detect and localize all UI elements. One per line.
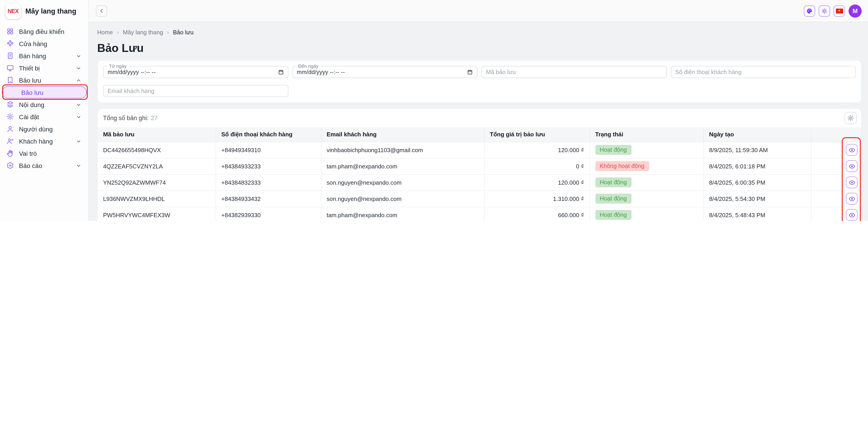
user-icon bbox=[6, 125, 14, 133]
table-body: DC4426655498HQVX+84949349310vinhbaobichp… bbox=[98, 142, 861, 221]
language-button[interactable]: ★ bbox=[834, 5, 845, 16]
status-badge: Hoạt động bbox=[595, 210, 631, 220]
cell-status: Hoạt động bbox=[590, 207, 704, 221]
cell-created: 8/4/2025, 5:48:43 PM bbox=[704, 207, 811, 221]
sidebar-item-2[interactable]: Bán hàng bbox=[0, 50, 88, 62]
breadcrumb-separator: › bbox=[167, 29, 169, 35]
sidebar-item-0[interactable]: Bảng điều khiển bbox=[0, 25, 88, 37]
sidebar-item-8[interactable]: Khách hàng bbox=[0, 135, 88, 147]
main-area: ★M Home›Mây lang thang›Bảo lưu Bảo Lưu T… bbox=[89, 0, 868, 221]
sidebar-item-label: Khách hàng bbox=[19, 137, 53, 145]
column-header-6 bbox=[811, 127, 861, 142]
view-record-button[interactable] bbox=[846, 193, 858, 205]
records-header: Tổng số bản ghi: 27 bbox=[98, 109, 861, 127]
sidebar-item-label: Bảng điều khiển bbox=[19, 28, 64, 35]
chevron-down-icon bbox=[75, 65, 82, 71]
breadcrumb-item-0[interactable]: Home bbox=[97, 29, 113, 36]
from-date-label: Từ ngày bbox=[107, 63, 128, 69]
calendar-icon[interactable] bbox=[278, 69, 284, 75]
eye-icon bbox=[848, 195, 855, 202]
user-avatar[interactable]: M bbox=[848, 4, 862, 18]
breadcrumb-item-1[interactable]: Mây lang thang bbox=[123, 29, 163, 36]
cell-code: YN252Q92AZWMWF74 bbox=[98, 174, 216, 191]
cell-total: 0 ₫ bbox=[484, 158, 590, 174]
sidebar-item-9[interactable]: Vai trò bbox=[0, 147, 88, 159]
status-badge: Hoạt động bbox=[595, 145, 631, 155]
eye-icon bbox=[848, 146, 855, 153]
hand-icon bbox=[6, 149, 14, 157]
topbar-actions: ★M bbox=[804, 4, 862, 18]
status-badge: Hoạt động bbox=[595, 177, 631, 188]
devices-monitor-icon bbox=[6, 64, 14, 72]
breadcrumb: Home›Mây lang thang›Bảo lưu bbox=[97, 29, 862, 36]
cell-status: Hoạt động bbox=[590, 174, 704, 191]
sales-receipt-icon bbox=[6, 52, 14, 60]
column-header-3: Tổng giá trị bảo lưu bbox=[484, 127, 590, 142]
vietnam-flag-icon: ★ bbox=[836, 8, 843, 13]
records-table: Mã bảo lưuSố điện thoại khách hàngEmail … bbox=[98, 127, 861, 221]
light-mode-button[interactable] bbox=[819, 5, 830, 16]
view-record-button[interactable] bbox=[846, 160, 858, 172]
cell-actions bbox=[811, 158, 861, 174]
cell-status: Không hoạt động bbox=[590, 158, 704, 174]
cell-email: son.nguyen@nexpando.com bbox=[321, 191, 484, 207]
from-date-input[interactable]: Từ ngày mm/dd/yyyy --:-- -- bbox=[103, 66, 288, 78]
to-date-input[interactable]: Đến ngày mm/dd/yyyy --:-- -- bbox=[292, 66, 477, 78]
sidebar-item-4[interactable]: Bảo lưu bbox=[0, 74, 88, 86]
total-records-value: 27 bbox=[151, 115, 158, 122]
layers-icon bbox=[6, 101, 14, 108]
cell-email: tam.pham@nexpando.com bbox=[321, 207, 484, 221]
palette-icon bbox=[806, 7, 813, 14]
column-header-0: Mã bảo lưu bbox=[98, 127, 216, 142]
reservation-code-input[interactable] bbox=[482, 66, 666, 78]
dashboard-grid-icon bbox=[6, 28, 14, 35]
sidebar-item-5[interactable]: Nội dung bbox=[0, 98, 88, 111]
view-record-button[interactable] bbox=[846, 176, 858, 188]
sidebar: NEX Mây lang thang Bảng điều khiểnCửa hà… bbox=[0, 0, 89, 221]
view-record-button[interactable] bbox=[846, 144, 858, 156]
total-records-label: Tổng số bản ghi: bbox=[103, 115, 149, 122]
column-header-4: Trạng thái bbox=[590, 127, 704, 142]
view-record-button[interactable] bbox=[846, 209, 858, 221]
sidebar-item-6[interactable]: Cài đặt bbox=[0, 111, 88, 123]
sidebar-item-label: Cài đặt bbox=[19, 113, 39, 120]
cell-created: 8/9/2025, 11:59:30 AM bbox=[704, 142, 811, 158]
cell-status: Hoạt động bbox=[590, 142, 704, 158]
eye-icon bbox=[848, 163, 855, 170]
cell-created: 8/4/2025, 5:54:30 PM bbox=[704, 191, 811, 207]
app-window: NEX Mây lang thang Bảng điều khiểnCửa hà… bbox=[0, 0, 868, 221]
column-header-1: Số điện thoại khách hàng bbox=[216, 127, 321, 142]
theme-palette-button[interactable] bbox=[804, 5, 815, 16]
brand-name: Mây lang thang bbox=[25, 7, 76, 15]
sidebar-item-1[interactable]: Cửa hàng bbox=[0, 37, 88, 50]
cell-actions bbox=[811, 174, 861, 191]
sidebar-item-label: Bảo lưu bbox=[19, 76, 41, 84]
table-header-row: Mã bảo lưuSố điện thoại khách hàngEmail … bbox=[98, 127, 861, 142]
chevron-up-icon bbox=[75, 77, 82, 83]
table-settings-button[interactable] bbox=[844, 112, 857, 124]
sidebar-item-label: Người dùng bbox=[19, 125, 53, 133]
sidebar-item-label: Nội dung bbox=[19, 101, 44, 108]
sidebar-item-3[interactable]: Thiết bị bbox=[0, 62, 88, 74]
chevron-down-icon bbox=[75, 101, 82, 108]
calendar-icon[interactable] bbox=[467, 69, 473, 75]
breadcrumb-separator: › bbox=[117, 29, 119, 35]
table-row: L936NWVZMX9LHHDL+84384933432son.nguyen@n… bbox=[98, 191, 861, 207]
customer-phone-input[interactable] bbox=[671, 66, 856, 78]
sidebar-collapse-button[interactable] bbox=[96, 5, 107, 16]
cell-phone: +84384933432 bbox=[216, 191, 321, 207]
cell-code: PW5HRVYWC4MFEX3W bbox=[98, 207, 216, 221]
bookmark-icon bbox=[6, 76, 14, 84]
sidebar-subitem-bảo-lưu[interactable]: Bảo lưu bbox=[2, 86, 87, 98]
status-badge: Hoạt động bbox=[595, 194, 631, 204]
sidebar-item-7[interactable]: Người dùng bbox=[0, 123, 88, 135]
chevron-down-icon bbox=[75, 53, 82, 59]
sidebar-item-10[interactable]: Báo cáo bbox=[0, 159, 88, 172]
chevron-left-icon bbox=[98, 8, 105, 14]
gear-icon bbox=[6, 113, 14, 121]
gear-icon bbox=[847, 115, 854, 122]
customer-email-input[interactable] bbox=[103, 85, 288, 97]
topbar: ★M bbox=[89, 0, 868, 22]
sidebar-item-label: Thiết bị bbox=[19, 64, 40, 72]
page-content: Home›Mây lang thang›Bảo lưu Bảo Lưu Từ n… bbox=[89, 22, 868, 221]
